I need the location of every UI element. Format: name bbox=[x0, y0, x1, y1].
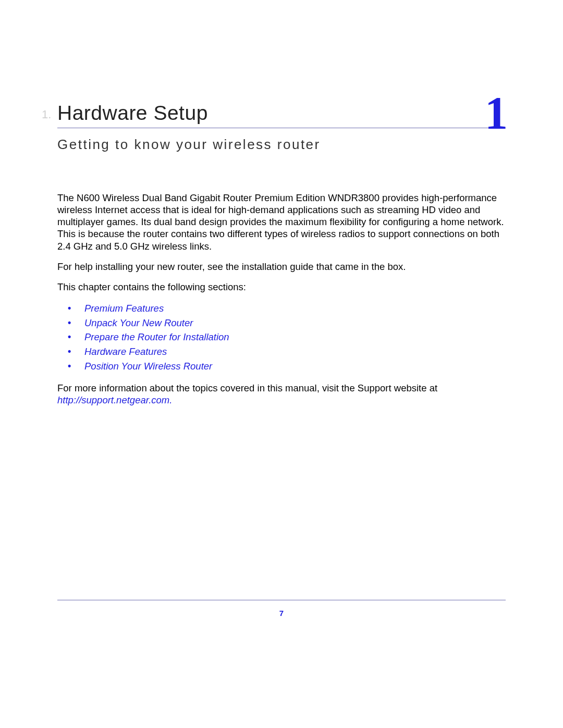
section-link[interactable]: Prepare the Router for Installation bbox=[84, 330, 506, 344]
section-link[interactable]: Unpack Your New Router bbox=[84, 316, 506, 330]
section-link-text: Position Your Wireless Router bbox=[84, 361, 212, 372]
chapter-title-rule: 1. Hardware Setup 1 bbox=[57, 102, 506, 128]
section-link-text: Prepare the Router for Installation bbox=[84, 331, 229, 342]
chapter-header: 1. Hardware Setup 1 Getting to know your… bbox=[57, 102, 506, 153]
footer-rule bbox=[57, 600, 506, 600]
chapter-subtitle: Getting to know your wireless router bbox=[57, 137, 506, 153]
sections-intro: This chapter contains the following sect… bbox=[57, 281, 506, 293]
section-link[interactable]: Premium Features bbox=[84, 301, 506, 316]
help-paragraph: For help installing your new router, see… bbox=[57, 261, 506, 273]
more-info-text: For more information about the topics co… bbox=[57, 382, 437, 393]
section-link-text: Premium Features bbox=[84, 303, 164, 314]
section-link-text: Unpack Your New Router bbox=[84, 317, 193, 328]
more-info-paragraph: For more information about the topics co… bbox=[57, 382, 506, 406]
chapter-number: 1 bbox=[485, 90, 508, 136]
page-number: 7 bbox=[0, 609, 563, 618]
intro-paragraph: The N600 Wireless Dual Band Gigabit Rout… bbox=[57, 192, 506, 252]
section-list: Premium Features Unpack Your New Router … bbox=[84, 301, 506, 374]
page-content: 1. Hardware Setup 1 Getting to know your… bbox=[0, 0, 563, 406]
section-link-text: Hardware Features bbox=[84, 346, 167, 357]
chapter-prefix: 1. bbox=[42, 108, 51, 121]
section-link[interactable]: Hardware Features bbox=[84, 344, 506, 359]
section-link[interactable]: Position Your Wireless Router bbox=[84, 359, 506, 374]
support-url-link[interactable]: http://support.netgear.com. bbox=[57, 394, 172, 405]
chapter-title: Hardware Setup bbox=[57, 102, 506, 128]
